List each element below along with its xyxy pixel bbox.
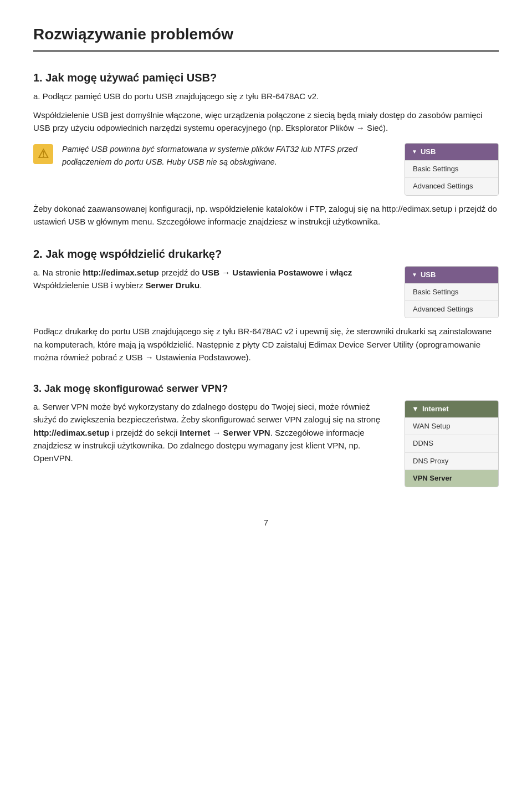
page-number: 7 — [33, 516, 499, 529]
section-2a-link: http://edimax.setup — [83, 268, 159, 277]
usb-menu-1-header: ▼ USB — [405, 144, 498, 160]
section-2-followup: Podłącz drukarkę do portu USB znajdujące… — [33, 325, 499, 364]
usb-menu-2-header-label: USB — [421, 269, 436, 280]
section-1-followup: Żeby dokonać zaawansowanej konfiguracji,… — [33, 202, 499, 228]
usb-menu-1-item-basic[interactable]: Basic Settings — [405, 160, 498, 177]
internet-menu-item-dns[interactable]: DNS Proxy — [405, 452, 498, 470]
page-title: Rozwiązywanie problemów — [33, 22, 499, 52]
usb-menu-2: ▼ USB Basic Settings Advanced Settings — [405, 266, 499, 318]
section-2a-area: ▼ USB Basic Settings Advanced Settings a… — [33, 266, 499, 325]
section-3-heading: 3. Jak mogę skonfigurować serwer VPN? — [33, 381, 499, 397]
section-2: 2. Jak mogę współdzielić drukarkę? ▼ USB… — [33, 246, 499, 364]
section-2a-label: a. — [33, 268, 43, 277]
usb-menu-1-arrow: ▼ — [412, 147, 417, 156]
section-1-warning-area: ▼ USB Basic Settings Advanced Settings ⚠… — [33, 143, 499, 202]
internet-menu-header: ▼ Internet — [405, 401, 498, 417]
usb-menu-2-item-advanced[interactable]: Advanced Settings — [405, 300, 498, 318]
section-2-heading: 2. Jak mogę współdzielić drukarkę? — [33, 246, 499, 263]
usb-menu-1-item-advanced[interactable]: Advanced Settings — [405, 177, 498, 195]
warning-text-1: Pamięć USB powinna być sformatowana w sy… — [62, 143, 391, 168]
section-3a-label: a. — [33, 402, 43, 411]
section-3a-text-1: Serwer VPN może być wykorzystany do zdal… — [33, 402, 380, 463]
internet-menu-header-label: Internet — [422, 404, 449, 415]
section-1a-text: Podłącz pamięć USB do portu USB znajdują… — [43, 91, 319, 101]
section-1a: a. Podłącz pamięć USB do portu USB znajd… — [33, 90, 499, 103]
section-1-heading: 1. Jak mogę używać pamięci USB? — [33, 69, 499, 86]
section-2a-text-1: Na stronie — [43, 268, 83, 277]
section-3: 3. Jak mogę skonfigurować serwer VPN? ▼ … — [33, 381, 499, 494]
usb-menu-2-header: ▼ USB — [405, 267, 498, 283]
usb-menu-2-item-basic[interactable]: Basic Settings — [405, 283, 498, 300]
usb-menu-1-header-label: USB — [421, 146, 436, 157]
warning-box-1: ⚠ Pamięć USB powinna być sformatowana w … — [33, 143, 391, 168]
internet-menu: ▼ Internet WAN Setup DDNS DNS Proxy VPN … — [405, 400, 499, 487]
section-1b: Współdzielenie USB jest domyślnie włączo… — [33, 109, 499, 135]
section-3a-area: ▼ Internet WAN Setup DDNS DNS Proxy VPN … — [33, 400, 499, 494]
usb-menu-2-arrow: ▼ — [412, 271, 417, 279]
section-1: 1. Jak mogę używać pamięci USB? a. Podłą… — [33, 69, 499, 228]
internet-menu-item-ddns[interactable]: DDNS — [405, 435, 498, 452]
internet-menu-item-vpn[interactable]: VPN Server — [405, 470, 498, 487]
warning-icon-1: ⚠ — [33, 144, 53, 164]
internet-menu-item-wan[interactable]: WAN Setup — [405, 417, 498, 435]
internet-menu-arrow: ▼ — [412, 404, 419, 415]
section-1a-label: a. — [33, 91, 40, 101]
usb-menu-1: ▼ USB Basic Settings Advanced Settings — [405, 143, 499, 195]
